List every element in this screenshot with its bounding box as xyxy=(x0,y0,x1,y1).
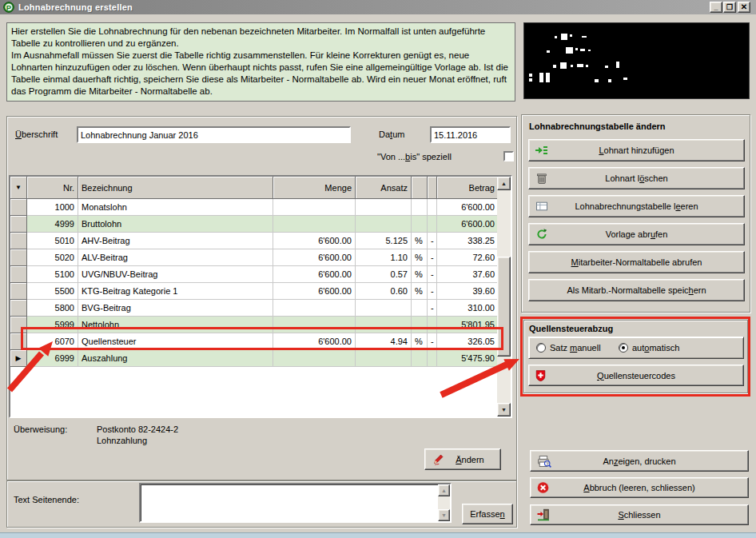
cell-percent[interactable] xyxy=(412,317,428,333)
table-row[interactable]: 5800 BVG-Beitrag - 310.00 xyxy=(10,300,499,317)
row-selector[interactable] xyxy=(10,249,27,266)
cell-menge[interactable] xyxy=(273,216,356,233)
von-bis-checkbox[interactable] xyxy=(503,151,514,161)
maximize-button[interactable]: ❐ xyxy=(723,2,736,13)
cell-bezeichnung[interactable]: Quellensteuer xyxy=(78,333,273,350)
cell-menge[interactable]: 6'600.00 xyxy=(273,249,356,266)
cell-bezeichnung[interactable]: Monatslohn xyxy=(78,199,273,216)
table-row-quellensteuer[interactable]: 6070 Quellensteuer 6'600.00 4.94 % - 326… xyxy=(10,333,499,350)
header-betrag[interactable]: Betrag xyxy=(437,177,499,199)
cell-ansatz[interactable] xyxy=(356,300,412,317)
row-selector[interactable] xyxy=(10,317,27,333)
table-row[interactable]: 5020 ALV-Beitrag 6'600.00 1.10 % - 72.60 xyxy=(10,249,499,266)
cell-bezeichnung[interactable]: Auszahlung xyxy=(78,350,273,367)
cell-percent[interactable] xyxy=(412,216,428,233)
row-selector-current[interactable]: ▶ xyxy=(10,350,27,367)
table-row[interactable]: 5999 Nettolohn 5'801.95 xyxy=(10,317,499,333)
header-bezeichnung[interactable]: Bezeichnung xyxy=(78,177,273,199)
cell-ansatz[interactable]: 5.125 xyxy=(356,233,412,249)
cell-percent[interactable] xyxy=(412,300,428,317)
row-selector[interactable] xyxy=(10,233,27,249)
cell-nr[interactable]: 5100 xyxy=(27,266,78,283)
cell-nr[interactable]: 1000 xyxy=(27,199,78,216)
erfassen-button[interactable]: Erfassen xyxy=(462,504,513,524)
cell-percent[interactable] xyxy=(412,199,428,216)
close-button[interactable]: ✕ xyxy=(738,2,750,13)
cell-percent[interactable]: % xyxy=(412,266,428,283)
cell-betrag[interactable]: 310.00 xyxy=(437,300,499,317)
cell-bezeichnung[interactable]: AHV-Beitrag xyxy=(78,233,273,249)
cell-ansatz[interactable]: 0.60 xyxy=(356,283,412,300)
cell-sign[interactable]: - xyxy=(428,249,437,266)
lohnart-loeschen-button[interactable]: Lohnart löschen xyxy=(528,167,745,189)
cell-nr[interactable]: 5010 xyxy=(27,233,78,249)
cell-menge[interactable] xyxy=(273,300,356,317)
cell-sign[interactable]: - xyxy=(428,300,437,317)
row-selector[interactable] xyxy=(10,333,27,350)
anzeigen-drucken-button[interactable]: Anzeigen, drucken xyxy=(530,450,749,472)
cell-percent[interactable]: % xyxy=(412,333,428,350)
cell-nr[interactable]: 5500 xyxy=(27,283,78,300)
cell-percent[interactable]: % xyxy=(412,283,428,300)
cell-betrag[interactable]: 39.60 xyxy=(437,283,499,300)
cell-sign[interactable]: - xyxy=(428,283,437,300)
header-menge[interactable]: Menge xyxy=(273,177,356,199)
aendern-button[interactable]: Ändern xyxy=(424,448,501,470)
row-selector[interactable] xyxy=(10,266,27,283)
abbruch-button[interactable]: Abbruch (leeren, schliessen) xyxy=(530,477,749,498)
cell-sign[interactable]: - xyxy=(428,266,437,283)
cell-bezeichnung[interactable]: KTG-Beitrag Kategorie 1 xyxy=(78,283,273,300)
table-row[interactable]: 5100 UVG/NBUV-Beitrag 6'600.00 0.57 % - … xyxy=(10,266,499,283)
cell-betrag[interactable]: 326.05 xyxy=(437,333,499,350)
cell-betrag[interactable]: 6'600.00 xyxy=(437,216,499,233)
cell-sign[interactable] xyxy=(428,350,437,367)
table-row[interactable]: 5010 AHV-Beitrag 6'600.00 5.125 % - 338.… xyxy=(10,233,499,249)
normaltabelle-speichern-button[interactable]: Als Mitarb.-Normaltabelle speichern xyxy=(528,279,745,301)
minimize-button[interactable]: _ xyxy=(710,2,722,13)
schliessen-button[interactable]: Schliessen xyxy=(530,504,749,525)
cell-menge[interactable]: 6'600.00 xyxy=(273,333,356,350)
scroll-down-button[interactable]: ▼ xyxy=(438,509,450,521)
cell-sign[interactable] xyxy=(428,317,437,333)
cell-betrag[interactable]: 6'600.00 xyxy=(437,199,499,216)
cell-ansatz[interactable]: 0.57 xyxy=(356,266,412,283)
cell-percent[interactable]: % xyxy=(412,249,428,266)
row-selector[interactable] xyxy=(10,199,27,216)
scroll-up-button[interactable]: ▲ xyxy=(497,177,511,190)
cell-ansatz[interactable] xyxy=(356,216,412,233)
cell-nr[interactable]: 5020 xyxy=(27,249,78,266)
scroll-up-button[interactable]: ▲ xyxy=(438,484,450,496)
cell-ansatz[interactable] xyxy=(356,350,412,367)
cell-betrag[interactable]: 5'801.95 xyxy=(437,317,499,333)
datum-input[interactable] xyxy=(430,126,511,143)
table-scrollbar[interactable]: ▲ ▼ xyxy=(497,177,511,416)
tabelle-leeren-button[interactable]: Lohnabrechnungstabelle leeren xyxy=(528,195,745,217)
cell-menge[interactable] xyxy=(273,350,356,367)
vorlage-abrufen-button[interactable]: Vorlage abrufen xyxy=(528,223,745,245)
cell-betrag[interactable]: 72.60 xyxy=(437,249,499,266)
cell-ansatz[interactable] xyxy=(356,317,412,333)
cell-ansatz[interactable]: 4.94 xyxy=(356,333,412,350)
cell-menge[interactable] xyxy=(273,199,356,216)
ueberschrift-input[interactable] xyxy=(77,126,351,143)
table-row[interactable]: 4999 Bruttolohn 6'600.00 xyxy=(10,216,499,233)
cell-nr[interactable]: 4999 xyxy=(27,216,78,233)
cell-betrag[interactable]: 5'475.90 xyxy=(437,350,499,367)
cell-nr[interactable]: 5999 xyxy=(27,317,78,333)
cell-menge[interactable]: 6'600.00 xyxy=(273,283,356,300)
header-ansatz[interactable]: Ansatz xyxy=(356,177,412,199)
header-sign[interactable] xyxy=(428,177,437,199)
header-nr[interactable]: Nr. xyxy=(27,177,78,199)
cell-sign[interactable] xyxy=(428,216,437,233)
normaltabelle-abrufen-button[interactable]: Mitarbeiter-Normaltabelle abrufen xyxy=(528,251,745,273)
scrollbar-thumb[interactable] xyxy=(497,257,511,357)
table-row[interactable]: ▶ 6999 Auszahlung 5'475.90 xyxy=(10,350,499,367)
text-seitenende-textarea[interactable]: ▲ ▼ xyxy=(139,483,452,523)
cell-ansatz[interactable]: 1.10 xyxy=(356,249,412,266)
cell-ansatz[interactable] xyxy=(356,199,412,216)
quellensteuercodes-button[interactable]: Quellensteuercodes xyxy=(528,365,744,386)
column-selector-dropdown[interactable]: ▼ xyxy=(10,177,27,199)
lohnart-hinzufuegen-button[interactable]: Lohnart hinzufügen xyxy=(528,139,745,161)
cell-menge[interactable]: 6'600.00 xyxy=(273,266,356,283)
header-percent[interactable] xyxy=(412,177,428,199)
